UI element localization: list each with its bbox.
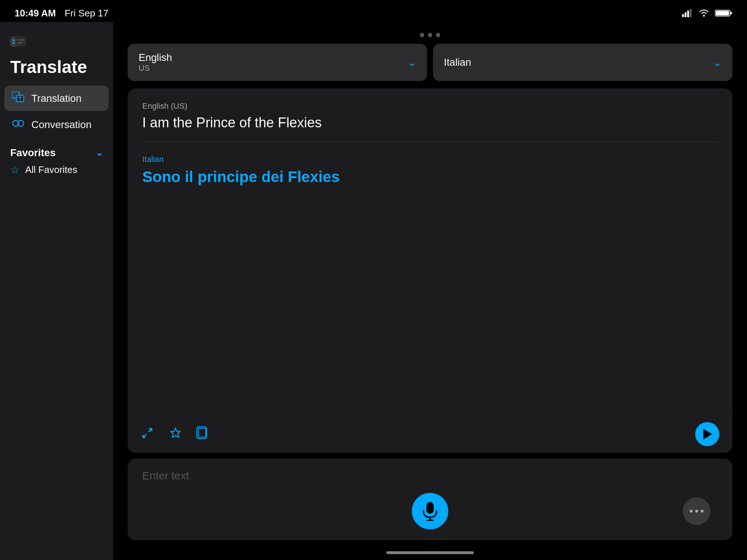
source-lang-region: US [139, 63, 150, 73]
svg-rect-11 [12, 42, 15, 44]
svg-rect-0 [682, 14, 684, 17]
source-lang-name: English [139, 52, 172, 63]
svg-rect-19 [198, 428, 206, 437]
all-favorites-item[interactable]: ☆ All Favorites [10, 159, 103, 181]
translation-content: English (US) I am the Prince of the Flex… [128, 88, 732, 415]
dictionary-icon[interactable] [196, 426, 208, 442]
language-bar: English US ⌄ Italian ⌄ [128, 44, 732, 81]
target-lang-name: Italian [444, 57, 471, 68]
source-lang-label: English (US) [142, 101, 718, 111]
home-bar [386, 551, 474, 554]
microphone-button[interactable] [412, 493, 448, 529]
svg-rect-13 [18, 42, 23, 43]
main-content: English US ⌄ Italian ⌄ English (US) I am… [113, 22, 747, 560]
dot-1 [420, 33, 424, 37]
source-block: English (US) I am the Prince of the Flex… [142, 101, 718, 142]
source-lang-chevron-icon: ⌄ [408, 57, 416, 69]
app-title: Translate [10, 57, 103, 77]
target-lang-chevron-icon: ⌄ [713, 57, 721, 69]
expand-icon[interactable] [141, 426, 155, 443]
dot-3 [436, 33, 440, 37]
svg-rect-6 [730, 12, 732, 14]
sidebar: Translate Translation [0, 22, 113, 560]
source-text: I am the Prince of the Flexies [142, 114, 718, 132]
favorite-icon[interactable] [169, 426, 182, 442]
sidebar-item-translation[interactable]: Translation [4, 86, 109, 111]
sidebar-favorites-section: Favorites ⌄ ☆ All Favorites [0, 137, 113, 184]
sidebar-nav: Translation Conversation [0, 86, 113, 137]
status-time: 10:49 AM [15, 8, 56, 19]
svg-rect-20 [426, 502, 434, 514]
translation-icon [12, 92, 25, 105]
source-language-button[interactable]: English US ⌄ [128, 44, 427, 81]
toolbar-left [141, 426, 208, 443]
signal-icon [682, 9, 693, 17]
svg-point-23 [690, 510, 693, 513]
status-date: Fri Sep 17 [65, 8, 108, 19]
dot-2 [428, 33, 432, 37]
input-placeholder[interactable]: Enter text [142, 470, 718, 486]
target-lang-info: Italian [444, 57, 471, 68]
svg-rect-1 [685, 12, 686, 17]
play-button[interactable] [695, 422, 719, 446]
target-language-button[interactable]: Italian ⌄ [433, 44, 732, 81]
input-controls [142, 493, 718, 529]
app-container: Translate Translation [0, 22, 747, 560]
svg-rect-9 [10, 36, 16, 47]
all-favorites-label: All Favorites [25, 164, 77, 175]
more-options-button[interactable] [683, 497, 711, 525]
sidebar-toggle-icon[interactable] [10, 35, 103, 51]
translation-panel: English (US) I am the Prince of the Flex… [128, 88, 732, 453]
conversation-icon [12, 118, 25, 131]
svg-rect-10 [12, 39, 15, 41]
svg-rect-3 [690, 9, 692, 17]
home-indicator [128, 548, 732, 560]
conversation-label: Conversation [31, 119, 92, 131]
svg-rect-7 [716, 11, 729, 15]
status-icons [682, 9, 732, 18]
source-lang-info: English US [139, 52, 172, 73]
target-lang-label: Italian [142, 155, 718, 164]
translation-toolbar [128, 415, 732, 453]
svg-point-25 [701, 510, 704, 513]
star-icon: ☆ [10, 164, 19, 176]
status-bar: 10:49 AM Fri Sep 17 [0, 0, 747, 22]
svg-rect-12 [18, 39, 24, 40]
favorites-header[interactable]: Favorites ⌄ [10, 147, 103, 159]
svg-point-4 [703, 15, 705, 17]
three-dots [128, 29, 732, 44]
input-area: Enter text [128, 459, 732, 540]
favorites-chevron-icon: ⌄ [96, 148, 103, 158]
svg-point-24 [695, 510, 698, 513]
battery-icon [715, 9, 732, 18]
target-text: Sono il principe dei Flexies [142, 167, 718, 187]
translation-label: Translation [31, 93, 81, 104]
target-block: Italian Sono il principe dei Flexies [142, 153, 718, 187]
svg-rect-2 [687, 11, 689, 17]
sidebar-header: Translate [0, 29, 113, 86]
favorites-label: Favorites [10, 147, 56, 159]
wifi-icon [698, 9, 710, 18]
sidebar-item-conversation[interactable]: Conversation [4, 112, 109, 137]
